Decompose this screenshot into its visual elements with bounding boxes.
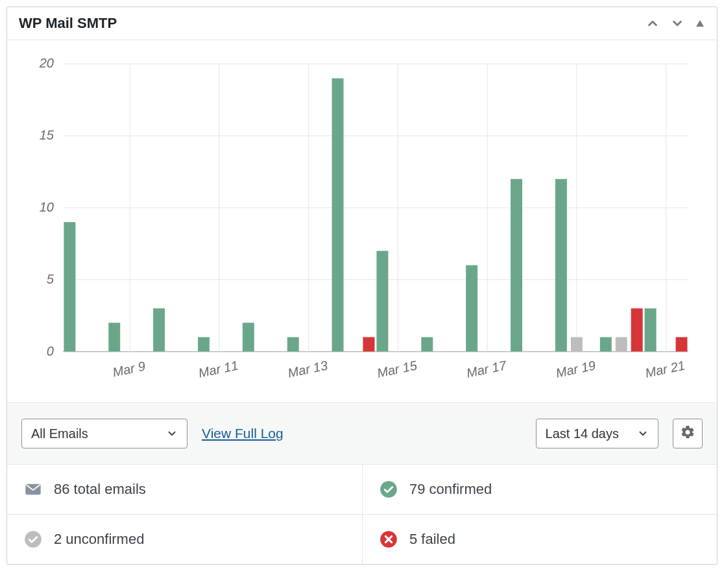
svg-rect-33: [376, 251, 388, 352]
svg-rect-28: [198, 337, 210, 351]
stat-total-label: 86 total emails: [54, 481, 146, 498]
svg-text:Mar 9: Mar 9: [112, 359, 147, 380]
svg-text:10: 10: [40, 200, 54, 214]
view-full-log-link[interactable]: View Full Log: [202, 426, 284, 441]
date-range-value: Last 14 days: [546, 426, 619, 441]
svg-rect-29: [243, 323, 254, 351]
svg-marker-0: [696, 20, 704, 27]
envelope-icon: [24, 480, 42, 498]
svg-rect-32: [363, 337, 374, 351]
svg-rect-37: [555, 179, 567, 352]
svg-rect-31: [332, 79, 344, 352]
stats-grid: 86 total emails 79 confirmed 2 unconfirm…: [7, 465, 717, 564]
svg-text:Mar 21: Mar 21: [644, 358, 686, 380]
svg-text:Mar 13: Mar 13: [287, 358, 329, 380]
svg-rect-43: [676, 337, 688, 351]
stat-failed: 5 failed: [362, 515, 717, 564]
chevron-down-icon[interactable]: [670, 16, 684, 31]
email-filter-value: All Emails: [31, 426, 88, 441]
svg-rect-34: [421, 337, 433, 351]
svg-rect-42: [645, 308, 657, 351]
svg-point-45: [380, 481, 397, 498]
svg-text:Mar 19: Mar 19: [555, 358, 597, 380]
widget-header: WP Mail SMTP: [7, 7, 717, 40]
stat-failed-label: 5 failed: [409, 531, 455, 548]
date-range-select[interactable]: Last 14 days: [536, 419, 658, 448]
svg-rect-41: [631, 308, 643, 351]
svg-rect-30: [287, 337, 299, 351]
chevron-down-icon: [637, 428, 649, 439]
settings-button[interactable]: [673, 419, 703, 448]
check-circle-icon: [380, 480, 398, 498]
svg-rect-40: [616, 337, 627, 351]
x-circle-icon: [380, 530, 398, 548]
filter-bar: All Emails View Full Log Last 14 days: [7, 402, 717, 465]
email-filter-select[interactable]: All Emails: [21, 419, 187, 448]
email-chart: 05101520Mar 9Mar 11Mar 13Mar 15Mar 17Mar…: [7, 40, 717, 402]
widget-title: WP Mail SMTP: [19, 15, 117, 32]
svg-text:5: 5: [47, 272, 54, 286]
svg-text:15: 15: [40, 128, 54, 142]
stat-total: 86 total emails: [7, 465, 362, 515]
svg-text:Mar 15: Mar 15: [376, 358, 418, 380]
svg-rect-38: [571, 337, 583, 351]
svg-rect-26: [108, 323, 120, 351]
stat-confirmed-label: 79 confirmed: [409, 481, 492, 498]
check-circle-grey-icon: [24, 530, 42, 548]
collapse-toggle-icon[interactable]: [695, 18, 705, 29]
svg-rect-39: [600, 337, 612, 351]
gear-icon: [680, 424, 695, 443]
stat-unconfirmed-label: 2 unconfirmed: [54, 531, 144, 548]
svg-text:Mar 17: Mar 17: [465, 358, 508, 380]
stat-unconfirmed: 2 unconfirmed: [7, 515, 362, 564]
svg-text:Mar 11: Mar 11: [197, 358, 239, 380]
svg-text:20: 20: [39, 56, 54, 70]
stat-confirmed: 79 confirmed: [362, 465, 717, 515]
svg-rect-35: [466, 265, 477, 352]
svg-rect-27: [153, 308, 165, 351]
wp-mail-smtp-widget: WP Mail SMTP 05101520Mar 9Mar 11Mar 13Ma…: [6, 6, 718, 565]
widget-controls: [646, 16, 705, 31]
svg-rect-25: [64, 222, 75, 351]
chevron-down-icon: [166, 428, 178, 439]
svg-point-46: [25, 531, 42, 548]
chevron-up-icon[interactable]: [646, 16, 660, 31]
svg-text:0: 0: [47, 344, 54, 358]
bar-chart-svg: 05101520Mar 9Mar 11Mar 13Mar 15Mar 17Mar…: [29, 52, 695, 402]
svg-rect-36: [511, 179, 522, 352]
